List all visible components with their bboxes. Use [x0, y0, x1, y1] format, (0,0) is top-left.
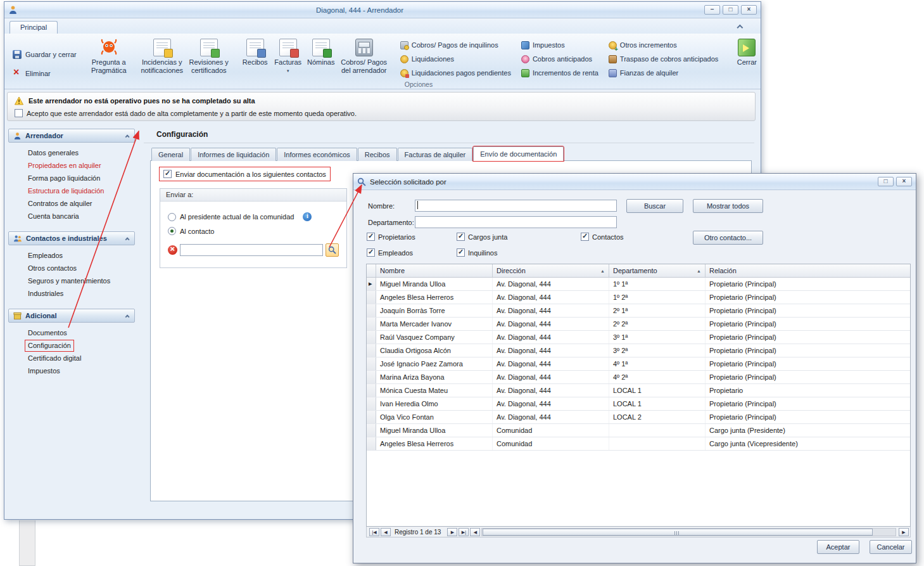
table-row[interactable]: Angeles Blesa Herreros Av. Diagonal, 444…	[367, 291, 910, 304]
config-tab[interactable]: Informes de liquidación	[191, 148, 276, 161]
facturas-button[interactable]: Facturas	[272, 36, 305, 74]
ribbon-small-button[interactable]: Otros incrementos	[605, 39, 722, 51]
sidebar-item[interactable]: Empleados	[26, 251, 65, 260]
filter-empleados[interactable]: Empleados	[367, 248, 413, 257]
ribbon-item-icon	[609, 69, 617, 77]
inquilinos-checkbox[interactable]	[457, 248, 465, 257]
table-row[interactable]: Claudia Ortigosa Alcón Av. Diagonal, 444…	[367, 344, 910, 357]
mostrar-todos-button[interactable]: Mostrar todos	[693, 199, 763, 213]
departamento-input[interactable]	[415, 216, 617, 228]
ribbon-small-button[interactable]: Traspaso de cobros anticipados	[605, 53, 722, 65]
empleados-checkbox[interactable]	[367, 248, 375, 257]
incidencias-button[interactable]: Incidencias y notificaciones	[139, 36, 186, 75]
filter-contactos[interactable]: Contactos	[581, 233, 624, 241]
pregunta-pragmatica-button[interactable]: Pregunta a Pragmática	[85, 36, 132, 75]
table-row[interactable]: Angeles Blesa Herreros Comunidad Cargo j…	[367, 437, 910, 451]
cobros-pagos-arrendador-button[interactable]: Cobros/ Pagos del arrendador	[338, 36, 391, 75]
collapse-ribbon-button[interactable]	[739, 22, 748, 30]
sidebar-item[interactable]: Configuración	[26, 341, 73, 351]
column-header-relacion[interactable]: Relación	[706, 264, 910, 277]
close-button[interactable]	[741, 5, 757, 15]
sidebar-item[interactable]: Cuenta bancaria	[26, 212, 81, 221]
sidebar-item[interactable]: Industriales	[26, 289, 65, 299]
ribbon-small-button[interactable]: Incrementos de renta	[518, 67, 602, 79]
info-icon[interactable]	[303, 212, 312, 221]
config-tab[interactable]: Informes económicos	[277, 148, 357, 161]
cancelar-button[interactable]: Cancelar	[870, 540, 912, 554]
sidebar-item[interactable]: Propiedades en alquiler	[26, 161, 103, 170]
table-row[interactable]: Marina Ariza Bayona Av. Diagonal, 444 4º…	[367, 371, 910, 384]
otro-contacto-button[interactable]: Otro contacto...	[693, 231, 763, 245]
president-radio[interactable]	[168, 213, 176, 221]
table-row[interactable]: Miguel Miranda Ulloa Comunidad Cargo jun…	[367, 424, 910, 437]
sidebar-item[interactable]: Certificado digital	[26, 354, 83, 363]
sidebar-item[interactable]: Documentos	[26, 328, 69, 338]
sidebar-group-contactos[interactable]: Contactos e industriales	[8, 231, 135, 245]
buscar-button[interactable]: Buscar	[626, 199, 683, 213]
scrollbar-thumb[interactable]	[483, 529, 873, 536]
ribbon-small-button[interactable]: Liquidaciones pagos pendientes	[397, 67, 514, 79]
revisiones-button[interactable]: Revisiones y certificados	[186, 36, 232, 75]
sidebar-item[interactable]: Forma pago liquidación	[26, 174, 102, 183]
filter-cargos-junta[interactable]: Cargos junta	[457, 233, 507, 241]
cargos-junta-checkbox[interactable]	[457, 233, 465, 241]
sidebar-group-arrendador[interactable]: Arrendador	[8, 129, 135, 143]
ribbon-small-button[interactable]: Cobros/ Pagos de inquilinos	[397, 39, 514, 51]
send-docs-checkbox[interactable]	[163, 170, 172, 178]
recibos-button[interactable]: Recibos	[239, 36, 272, 67]
config-tab[interactable]: Recibos	[358, 148, 397, 161]
scroll-right-button[interactable]	[899, 528, 909, 536]
table-row[interactable]: Ivan Heredia Olmo Av. Diagonal, 444 LOCA…	[367, 397, 910, 411]
sidebar-item[interactable]: Seguros y mantenimientos	[26, 276, 112, 286]
column-header-direccion[interactable]: Dirección	[493, 264, 609, 277]
contactos-checkbox[interactable]	[581, 233, 589, 241]
propietarios-checkbox[interactable]	[367, 233, 375, 241]
sidebar-item[interactable]: Estructura de liquidación	[26, 186, 106, 196]
ribbon-small-button[interactable]: Cobros anticipados	[518, 53, 602, 65]
restore-button[interactable]	[723, 5, 738, 15]
delete-button[interactable]: Eliminar	[10, 68, 53, 79]
ribbon-small-button[interactable]: Liquidaciones	[397, 53, 514, 65]
ribbon-small-button[interactable]: Impuestos	[518, 39, 602, 51]
first-record-button[interactable]	[369, 528, 379, 536]
config-tab[interactable]: Envío de documentación	[473, 146, 564, 161]
table-row[interactable]: Olga Vico Fontan Av. Diagonal, 444 LOCAL…	[367, 411, 910, 424]
column-header-departamento[interactable]: Departamento	[609, 264, 706, 277]
column-header-nombre[interactable]: Nombre	[376, 264, 493, 277]
previous-record-button[interactable]	[381, 528, 391, 536]
table-row[interactable]: Miguel Miranda Ulloa Av. Diagonal, 444 1…	[367, 278, 910, 291]
next-record-button[interactable]	[447, 528, 457, 536]
table-row[interactable]: José Ignacio Paez Zamora Av. Diagonal, 4…	[367, 357, 910, 371]
contact-radio[interactable]	[168, 227, 176, 235]
sidebar-group-adicional[interactable]: Adicional	[8, 309, 135, 323]
scroll-left-button[interactable]	[470, 528, 480, 536]
ribbon-small-button[interactable]: Fianzas de alquiler	[605, 67, 722, 79]
clear-error-icon[interactable]	[168, 245, 177, 255]
table-row[interactable]: Mónica Cuesta Mateu Av. Diagonal, 444 LO…	[367, 384, 910, 397]
sidebar-item[interactable]: Impuestos	[26, 366, 62, 376]
minimize-button[interactable]	[704, 5, 720, 15]
tab-principal[interactable]: Principal	[9, 21, 58, 34]
nombre-input[interactable]	[415, 200, 617, 212]
table-row[interactable]: Raúl Vasquez Company Av. Diagonal, 444 3…	[367, 331, 910, 344]
contact-search-button[interactable]	[326, 243, 339, 257]
contact-input[interactable]	[180, 244, 323, 256]
save-close-button[interactable]: Guardar y cerrar	[10, 49, 79, 60]
table-row[interactable]: Joaquín Borràs Torre Av. Diagonal, 444 2…	[367, 304, 910, 318]
aceptar-button[interactable]: Aceptar	[817, 540, 859, 554]
config-tab[interactable]: Facturas de alquiler	[398, 148, 473, 161]
accept-alta-checkbox[interactable]	[15, 109, 23, 117]
config-tab[interactable]: General	[151, 148, 190, 161]
dialog-close-button[interactable]	[896, 177, 912, 186]
filter-propietarios[interactable]: Propietarios	[367, 233, 415, 241]
sidebar-item[interactable]: Otros contactos	[26, 264, 79, 273]
nominas-button[interactable]: Nóminas	[305, 36, 338, 67]
sidebar-item[interactable]: Contratos de alquiler	[26, 199, 94, 209]
cerrar-button[interactable]: Cerrar	[730, 36, 763, 67]
filter-inquilinos[interactable]: Inquilinos	[457, 248, 497, 257]
dialog-restore-button[interactable]	[878, 177, 894, 186]
sidebar-item[interactable]: Datos generales	[26, 148, 80, 158]
horizontal-scrollbar[interactable]	[481, 528, 896, 536]
last-record-button[interactable]	[459, 528, 469, 536]
table-row[interactable]: Marta Mercader Ivanov Av. Diagonal, 444 …	[367, 318, 910, 331]
